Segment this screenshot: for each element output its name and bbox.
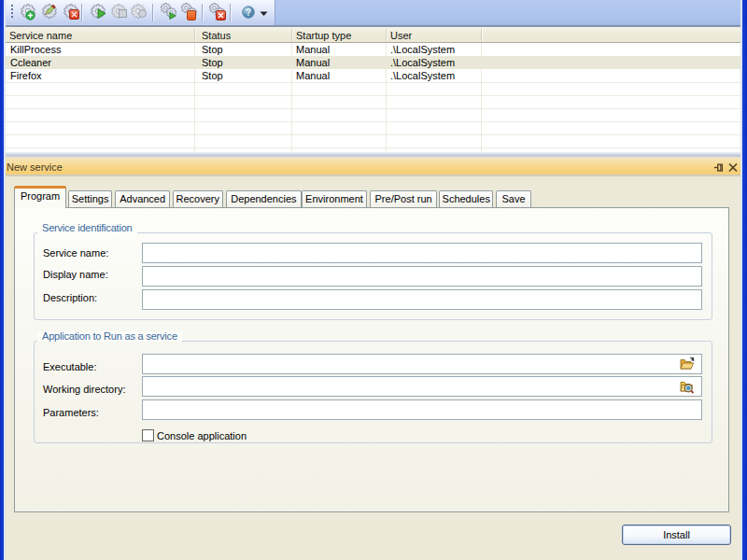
svg-text:?: ? bbox=[246, 7, 251, 18]
